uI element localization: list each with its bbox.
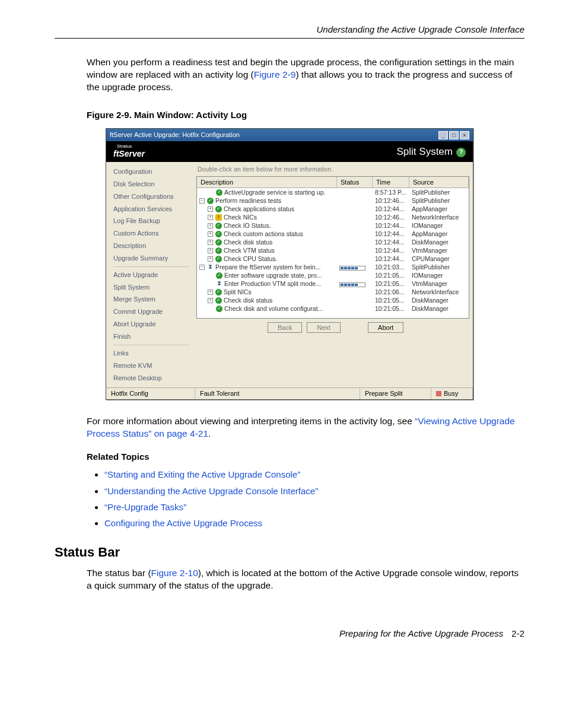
sidebar-separator bbox=[113, 345, 189, 345]
log-row[interactable]: ✓ActiveUpgrade service is starting up.8:… bbox=[197, 188, 469, 196]
back-button[interactable]: Back bbox=[268, 322, 302, 333]
sidebar-item[interactable]: Abort Upgrade bbox=[113, 318, 189, 330]
hourglass-icon: ⧗ bbox=[216, 281, 222, 287]
page-header-title: Understanding the Active Upgrade Console… bbox=[55, 24, 524, 36]
maximize-button[interactable]: □ bbox=[449, 131, 459, 139]
topic-link[interactable]: Configuring the Active Upgrade Process bbox=[104, 518, 262, 528]
log-row[interactable]: −⧗Prepare the ftServer system for bein..… bbox=[197, 263, 469, 271]
col-description[interactable]: Description bbox=[197, 177, 337, 188]
post-figure-paragraph: For more information about viewing and i… bbox=[87, 415, 524, 440]
log-row[interactable]: +!Check NICs10:12:46...NetworkInterface bbox=[197, 213, 469, 221]
sidebar-item[interactable]: Description bbox=[113, 240, 189, 252]
sidebar-item[interactable]: Configuration bbox=[113, 166, 189, 178]
tree-expander[interactable]: + bbox=[208, 206, 213, 212]
row-source: SplitPublisher bbox=[409, 188, 469, 196]
row-description: Check IO Status. bbox=[224, 221, 271, 230]
row-time: 10:12:44... bbox=[373, 238, 409, 246]
row-time: 10:12:44... bbox=[373, 230, 409, 238]
log-row[interactable]: +✓Check disk status10:21:05...DiskManage… bbox=[197, 296, 469, 304]
topic-item: Starting and Exiting the Active Upgrade … bbox=[104, 469, 524, 481]
log-row[interactable]: ⧗Enter Production VTM split mode...10:21… bbox=[197, 279, 469, 288]
tree-expander[interactable]: + bbox=[208, 256, 213, 262]
log-row[interactable]: +✓Check custom actions status10:12:44...… bbox=[197, 230, 469, 238]
sidebar-item[interactable]: Other Configurations bbox=[113, 190, 189, 203]
tree-expander[interactable]: + bbox=[208, 215, 213, 220]
minimize-button[interactable]: _ bbox=[438, 131, 448, 139]
log-row[interactable]: +✓Check VTM status10:12:44...VtmManager bbox=[197, 246, 469, 255]
sidebar-item[interactable]: Custom Actions bbox=[113, 227, 189, 240]
row-source: DiskManager bbox=[409, 304, 469, 313]
figure-ref-link-2[interactable]: Figure 2-10 bbox=[151, 568, 198, 578]
row-description: Enter Production VTM split mode... bbox=[224, 279, 321, 288]
row-source: AppManager bbox=[409, 205, 469, 213]
topic-item: Configuring the Active Upgrade Process bbox=[104, 517, 524, 529]
sidebar-item[interactable]: Active Upgrade bbox=[113, 269, 189, 281]
figure-ref-link[interactable]: Figure 2-9 bbox=[254, 69, 296, 80]
log-row[interactable]: +✓Check disk status10:12:44...DiskManage… bbox=[197, 238, 469, 246]
abort-button[interactable]: Abort bbox=[368, 322, 403, 333]
log-row[interactable]: ✓Enter software upgrade state, pro...10:… bbox=[197, 271, 469, 279]
col-time[interactable]: Time bbox=[373, 177, 409, 188]
row-description: Split NICs bbox=[224, 288, 252, 296]
progress-bar bbox=[339, 266, 365, 271]
sidebar-item[interactable]: Disk Selection bbox=[113, 178, 189, 190]
status-bar-paragraph: The status bar (Figure 2-10), which is l… bbox=[87, 567, 524, 592]
tree-expander[interactable]: + bbox=[208, 223, 213, 228]
row-time: 10:21:05... bbox=[373, 271, 409, 279]
busy-icon bbox=[436, 391, 441, 396]
sb-a: The status bar ( bbox=[87, 568, 151, 578]
row-source: CPUManager bbox=[409, 255, 469, 263]
row-time: 10:12:46... bbox=[373, 196, 409, 205]
row-description: Check NICs bbox=[224, 213, 257, 221]
next-button[interactable]: Next bbox=[307, 322, 341, 333]
sidebar-item[interactable]: Log File Backup bbox=[113, 215, 189, 227]
row-source: AppManager bbox=[409, 230, 469, 238]
row-time: 10:12:46... bbox=[373, 213, 409, 221]
tree-expander[interactable]: − bbox=[199, 265, 205, 270]
close-button[interactable]: × bbox=[460, 131, 469, 139]
tree-expander[interactable]: + bbox=[208, 290, 213, 295]
topic-link[interactable]: Pre-Upgrade Tasks bbox=[104, 502, 186, 512]
row-description: Check VTM status bbox=[224, 246, 275, 255]
row-source: SplitPublisher bbox=[409, 196, 469, 205]
check-icon: ✓ bbox=[215, 247, 222, 254]
sidebar-item[interactable]: Application Services bbox=[113, 203, 189, 215]
sidebar-links-label: Links bbox=[113, 347, 189, 360]
p2-a: For more information about viewing and i… bbox=[87, 416, 415, 426]
check-icon: ✓ bbox=[215, 256, 222, 262]
log-row[interactable]: +✓Check applications status10:12:44...Ap… bbox=[197, 205, 469, 213]
sidebar-item[interactable]: Commit Upgrade bbox=[113, 306, 189, 318]
sidebar-item[interactable]: Upgrade Summary bbox=[113, 252, 189, 265]
log-row[interactable]: +✓Split NICs10:21:06...NetworkInterface bbox=[197, 288, 469, 296]
brand-tiny: Stratus bbox=[117, 145, 145, 148]
log-row[interactable]: ✓Check disk and volume configurat...10:2… bbox=[197, 304, 469, 313]
help-icon[interactable]: ? bbox=[456, 148, 466, 157]
topic-link[interactable]: Understanding the Active Upgrade Console… bbox=[104, 486, 318, 496]
log-row[interactable]: +✓Check IO Status.10:12:44...IOManager bbox=[197, 221, 469, 230]
row-time: 10:21:05... bbox=[373, 279, 409, 288]
sidebar-item[interactable]: Split System bbox=[113, 281, 189, 294]
col-status[interactable]: Status bbox=[337, 177, 373, 188]
sidebar-item[interactable]: Merge System bbox=[113, 293, 189, 306]
row-source: VtmManager bbox=[409, 279, 469, 288]
statusbar-state: Fault Tolerant bbox=[195, 388, 360, 399]
statusbar-busy: Busy bbox=[431, 388, 473, 399]
figure-caption: Figure 2-9. Main Window: Activity Log bbox=[87, 109, 524, 121]
sidebar-link[interactable]: Remote Desktop bbox=[113, 372, 189, 384]
tree-expander[interactable]: + bbox=[208, 240, 213, 245]
col-source[interactable]: Source bbox=[409, 177, 469, 188]
tree-expander[interactable]: − bbox=[199, 198, 205, 204]
window-title: ftServer Active Upgrade: Hotfix Configur… bbox=[110, 131, 240, 139]
row-time: 10:21:05... bbox=[373, 304, 409, 313]
tree-expander[interactable]: + bbox=[208, 248, 213, 253]
statusbar-phase: Prepare Split bbox=[360, 388, 431, 399]
topic-link[interactable]: Starting and Exiting the Active Upgrade … bbox=[104, 469, 300, 479]
sidebar-item[interactable]: Finish bbox=[113, 330, 189, 343]
log-row[interactable]: +✓Check CPU Status.10:12:44...CPUManager bbox=[197, 255, 469, 263]
log-row[interactable]: −✓Perform readiness tests10:12:46...Spli… bbox=[197, 196, 469, 205]
sidebar-link[interactable]: Remote KVM bbox=[113, 360, 189, 372]
tree-expander[interactable]: + bbox=[208, 298, 213, 303]
row-description: Check custom actions status bbox=[224, 230, 303, 238]
tree-expander[interactable]: + bbox=[208, 231, 213, 237]
footer-text: Preparing for the Active Upgrade Process bbox=[339, 628, 503, 638]
